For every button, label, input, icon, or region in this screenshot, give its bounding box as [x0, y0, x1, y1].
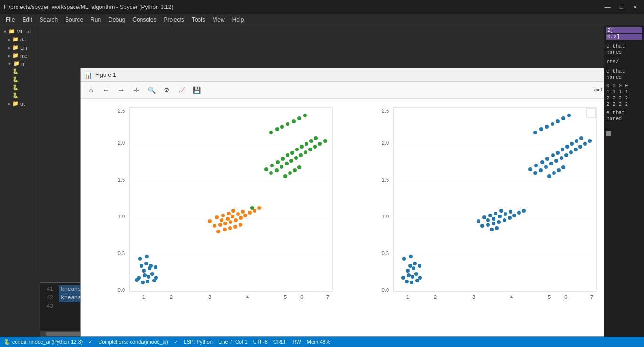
configure-button[interactable]: ⚙	[160, 83, 173, 97]
right-text-12: e that	[606, 110, 642, 116]
back-button[interactable]: ←	[99, 83, 113, 97]
svg-text:3: 3	[472, 294, 475, 300]
svg-point-91	[280, 125, 284, 129]
forward-button[interactable]: →	[115, 83, 128, 97]
svg-text:1: 1	[142, 294, 145, 300]
svg-point-57	[223, 228, 227, 231]
tree-expand-arrow: ▶	[8, 101, 11, 106]
svg-point-33	[149, 264, 153, 268]
svg-point-27	[146, 280, 149, 283]
menu-debug[interactable]: Debug	[105, 16, 129, 24]
svg-point-47	[213, 224, 216, 228]
line-number: 41	[44, 285, 53, 294]
svg-point-170	[560, 156, 563, 160]
svg-point-186	[561, 116, 565, 120]
home-button[interactable]: ⌂	[84, 83, 98, 97]
svg-point-31	[140, 264, 143, 268]
svg-point-134	[482, 215, 486, 219]
svg-point-126	[406, 269, 410, 273]
menu-tools[interactable]: Tools	[188, 16, 209, 24]
svg-point-85	[283, 174, 287, 178]
svg-point-95	[303, 114, 307, 117]
lsp-status: LSP: Python	[184, 339, 213, 345]
svg-point-89	[269, 131, 273, 134]
menu-help[interactable]: Help	[229, 16, 248, 24]
sidebar-item-uti[interactable]: ▶ 📁 uti	[1, 99, 39, 107]
sidebar-item-file3[interactable]: 🐍	[1, 83, 39, 91]
svg-point-129	[413, 262, 417, 265]
menu-projects[interactable]: Projects	[160, 16, 188, 24]
menu-source[interactable]: Source	[61, 16, 87, 24]
line-number: 43	[44, 302, 53, 311]
line-number: 42	[44, 294, 53, 302]
svg-point-128	[408, 264, 412, 268]
svg-point-168	[549, 162, 553, 165]
svg-point-160	[561, 148, 564, 151]
svg-point-133	[477, 219, 480, 223]
svg-text:1: 1	[406, 294, 409, 300]
menu-view[interactable]: View	[209, 16, 229, 24]
sidebar-item-file2[interactable]: 🐍	[1, 75, 39, 83]
window-controls: — □ ✕	[602, 3, 640, 11]
svg-point-172	[569, 150, 573, 154]
svg-point-45	[236, 212, 240, 216]
sidebar-item-file1[interactable]: 🐍	[1, 67, 39, 75]
right-text-1: 2]	[606, 27, 642, 33]
figure-title-left: 📊 Figure 1	[84, 71, 116, 79]
status-bar: 🐍 conda: imooc_ai (Python 12.3) ✓ Comple…	[0, 337, 644, 347]
svg-point-182	[539, 127, 543, 131]
svg-point-23	[150, 272, 154, 276]
svg-point-64	[276, 160, 280, 164]
save-button[interactable]: 💾	[190, 83, 203, 97]
svg-point-79	[299, 153, 303, 157]
close-button[interactable]: ✕	[630, 3, 640, 11]
svg-point-149	[512, 214, 516, 217]
pan-button[interactable]: ✛	[130, 83, 143, 97]
python-file-icon: 🐍	[12, 76, 19, 83]
svg-text:7: 7	[326, 294, 329, 300]
title-bar: F:/projects/spyder_workspace/ML_algorith…	[0, 0, 644, 14]
svg-point-70	[305, 142, 308, 146]
sidebar-item-label: me	[20, 53, 27, 58]
edit-curves-button[interactable]: 📈	[175, 83, 188, 97]
svg-point-88	[297, 165, 301, 169]
sidebar-item-lin[interactable]: ▶ 📁 Lin	[1, 43, 39, 51]
svg-text:1.0: 1.0	[118, 214, 125, 219]
svg-point-29	[142, 269, 146, 273]
folder-icon: 📁	[12, 44, 19, 50]
svg-point-148	[508, 216, 512, 220]
sidebar-item-m[interactable]: ▼ 📁 m	[1, 59, 39, 67]
menu-run[interactable]: Run	[87, 16, 105, 24]
sidebar-item-label: da	[20, 37, 26, 42]
svg-point-34	[154, 265, 157, 269]
minimize-button[interactable]: —	[602, 3, 613, 11]
menu-bar: File Edit Search Source Run Debug Consol…	[0, 14, 644, 25]
figure-title: Figure 1	[95, 72, 116, 78]
menu-edit[interactable]: Edit	[18, 16, 36, 24]
svg-point-40	[227, 212, 231, 215]
sidebar-item-file4[interactable]: 🐍	[1, 91, 39, 99]
sidebar-item-da[interactable]: ▶ 📁 da	[1, 35, 39, 43]
svg-point-72	[314, 136, 318, 140]
svg-point-69	[300, 145, 304, 149]
folder-icon: 📁	[12, 52, 19, 58]
svg-point-154	[528, 167, 532, 171]
menu-consoles[interactable]: Consoles	[129, 16, 160, 24]
mem-status: Mem 48%	[307, 339, 330, 345]
svg-text:2: 2	[170, 294, 173, 300]
menu-search[interactable]: Search	[36, 16, 61, 24]
svg-text:1.5: 1.5	[382, 177, 389, 182]
sidebar-item-me[interactable]: ▶ 📁 me	[1, 51, 39, 59]
zoom-button[interactable]: 🔍	[145, 83, 158, 97]
svg-point-138	[486, 218, 490, 222]
svg-point-118	[401, 276, 405, 280]
menu-file[interactable]: File	[2, 16, 18, 24]
svg-point-90	[275, 127, 279, 131]
svg-point-44	[231, 215, 234, 218]
sidebar-item-ml[interactable]: ▼ 📁 ML_al	[1, 27, 39, 35]
svg-point-75	[280, 165, 283, 169]
svg-point-141	[504, 212, 507, 216]
svg-text:0.0: 0.0	[118, 287, 125, 293]
svg-point-171	[564, 153, 568, 157]
maximize-button[interactable]: □	[617, 3, 626, 11]
